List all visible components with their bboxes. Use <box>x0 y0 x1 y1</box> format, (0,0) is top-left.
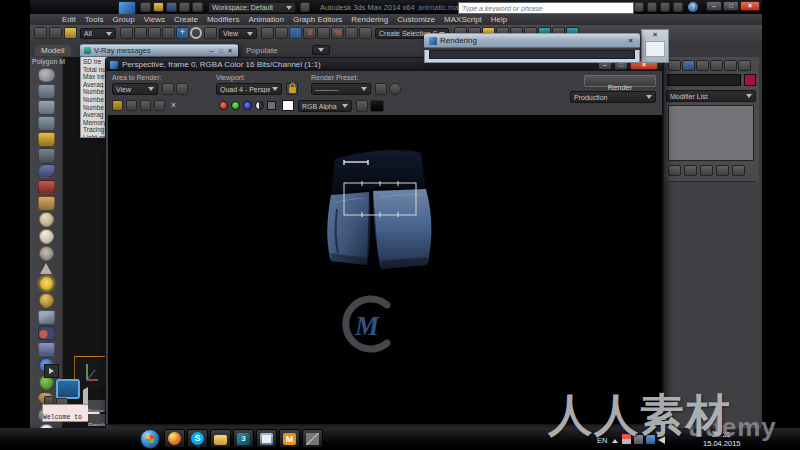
object-name-field[interactable] <box>667 74 741 86</box>
render-button[interactable]: Render <box>584 75 656 87</box>
teapot-icon[interactable] <box>38 68 55 82</box>
use-pivot-center-icon[interactable] <box>261 27 274 39</box>
menu-graph-editors[interactable]: Graph Editors <box>293 15 342 24</box>
taskbar-pictures-button[interactable] <box>256 429 277 448</box>
alpha-channel-toggle[interactable] <box>267 101 276 110</box>
box-primitive-icon[interactable] <box>38 196 55 210</box>
print-image-icon[interactable] <box>154 100 165 111</box>
select-by-name-icon[interactable] <box>134 27 147 39</box>
display-tab-icon[interactable] <box>724 60 737 71</box>
menu-customize[interactable]: Customize <box>397 15 435 24</box>
rendering-dialog-close[interactable] <box>628 36 633 45</box>
blue-channel-toggle[interactable] <box>243 101 252 110</box>
cone-primitive-icon[interactable] <box>40 263 52 274</box>
menu-help[interactable]: Help <box>491 15 507 24</box>
search-arrow-icon[interactable] <box>660 2 670 12</box>
gold-sphere-icon[interactable] <box>39 293 54 308</box>
clone-rendered-frame-icon[interactable] <box>140 100 151 111</box>
disc-primitive-icon[interactable] <box>39 246 54 261</box>
select-manipulate-icon[interactable] <box>275 27 288 39</box>
new-file-icon[interactable] <box>140 2 151 12</box>
viewport-panel-icon[interactable] <box>38 84 55 98</box>
show-end-result-icon[interactable] <box>684 165 697 176</box>
help-icon[interactable]: ? <box>688 2 698 12</box>
vray-close-button[interactable] <box>228 47 232 54</box>
modifier-list-dropdown[interactable]: Modifier List <box>666 90 756 102</box>
copy-preset-icon[interactable] <box>375 83 387 95</box>
clear-color-swatch[interactable] <box>282 100 294 111</box>
yellow-box-tool-icon[interactable] <box>38 132 55 146</box>
object-color-swatch[interactable] <box>744 74 756 86</box>
edit-named-selections-icon[interactable] <box>359 27 372 39</box>
keyboard-shortcut-toggle-icon[interactable] <box>289 27 302 39</box>
workspace-extra-icon[interactable] <box>300 2 310 12</box>
fragment-close-button[interactable] <box>642 30 668 39</box>
bind-to-space-warp-icon[interactable] <box>64 27 77 39</box>
edit-region-icon[interactable] <box>162 83 174 95</box>
menu-edit[interactable]: Edit <box>62 15 76 24</box>
save-image-icon[interactable] <box>112 100 123 111</box>
redo-icon[interactable] <box>192 2 203 12</box>
rain-effect-icon[interactable] <box>38 310 55 324</box>
pin-stack-icon[interactable] <box>668 165 681 176</box>
vray-messages-titlebar[interactable]: V-Ray messages <box>80 44 238 57</box>
menu-maxscript[interactable]: MAXScript <box>444 15 482 24</box>
start-button[interactable] <box>140 429 160 449</box>
rendering-dialog-titlebar[interactable]: Rendering <box>424 33 640 48</box>
modify-tab-icon[interactable] <box>682 60 695 71</box>
select-and-scale-icon[interactable] <box>204 27 217 39</box>
channel-display-dropdown[interactable]: RGB Alpha <box>298 100 352 112</box>
select-and-move-icon[interactable]: + <box>176 27 189 39</box>
search-binoculars-icon[interactable] <box>634 2 644 12</box>
red-tool-icon[interactable] <box>38 180 55 194</box>
save-file-icon[interactable] <box>166 2 177 12</box>
menu-tools[interactable]: Tools <box>85 15 104 24</box>
menu-create[interactable]: Create <box>174 15 198 24</box>
list-panel-icon[interactable] <box>38 100 55 114</box>
snap-toggle-icon[interactable]: 3 <box>303 27 316 39</box>
reference-coordinate-dropdown[interactable]: View <box>219 28 257 39</box>
open-file-icon[interactable] <box>153 2 164 12</box>
tab-modeling[interactable]: Modeli <box>35 45 71 56</box>
toggle-toolbar-icon[interactable] <box>356 100 368 112</box>
select-and-link-icon[interactable] <box>34 27 47 39</box>
sphere-primitive-icon[interactable] <box>39 229 54 244</box>
select-and-rotate-icon[interactable] <box>190 27 202 39</box>
taskbar-skype-button[interactable] <box>187 429 208 448</box>
workspace-dropdown[interactable]: Workspace: Default <box>208 2 296 13</box>
maximize-button[interactable] <box>723 1 739 11</box>
vray-minimize-button[interactable] <box>209 47 213 54</box>
spinner-snap-icon[interactable] <box>345 27 358 39</box>
favorites-star-icon[interactable] <box>673 2 683 12</box>
render-settings-gear-icon[interactable] <box>389 83 401 95</box>
hierarchy-tab-icon[interactable] <box>696 60 709 71</box>
selection-filter-dropdown[interactable]: All <box>80 28 116 39</box>
select-object-icon[interactable] <box>120 27 133 39</box>
taskbar-m-app-button[interactable] <box>279 429 300 448</box>
copy-image-icon[interactable] <box>126 100 137 111</box>
render-canvas[interactable]: M <box>108 115 662 424</box>
area-to-render-dropdown[interactable]: View <box>112 83 158 95</box>
undo-icon[interactable] <box>179 2 190 12</box>
modifier-stack-box[interactable] <box>668 105 754 161</box>
menu-views[interactable]: Views <box>144 15 165 24</box>
fullscreen-image-icon[interactable] <box>370 100 384 112</box>
monochrome-toggle[interactable] <box>255 101 264 110</box>
make-unique-icon[interactable] <box>700 165 713 176</box>
search-key-icon[interactable] <box>647 2 657 12</box>
vray-maximize-button[interactable] <box>219 47 223 54</box>
configure-modifier-sets-icon[interactable] <box>732 165 745 176</box>
rig-anchor-icon[interactable] <box>38 342 55 356</box>
minimize-button[interactable] <box>706 1 722 11</box>
close-button[interactable] <box>740 1 760 11</box>
motion-tab-icon[interactable] <box>710 60 723 71</box>
search-input[interactable] <box>458 2 634 14</box>
table-panel-icon[interactable] <box>38 116 55 130</box>
auto-region-icon[interactable] <box>176 83 188 95</box>
taskbar-firefox-button[interactable] <box>164 429 185 448</box>
molecule-icon[interactable] <box>38 326 55 340</box>
menu-rendering[interactable]: Rendering <box>351 15 388 24</box>
shift-brush-icon[interactable] <box>38 164 55 178</box>
sun-light-icon[interactable] <box>39 276 54 291</box>
taskbar-explorer-button[interactable] <box>210 429 231 448</box>
